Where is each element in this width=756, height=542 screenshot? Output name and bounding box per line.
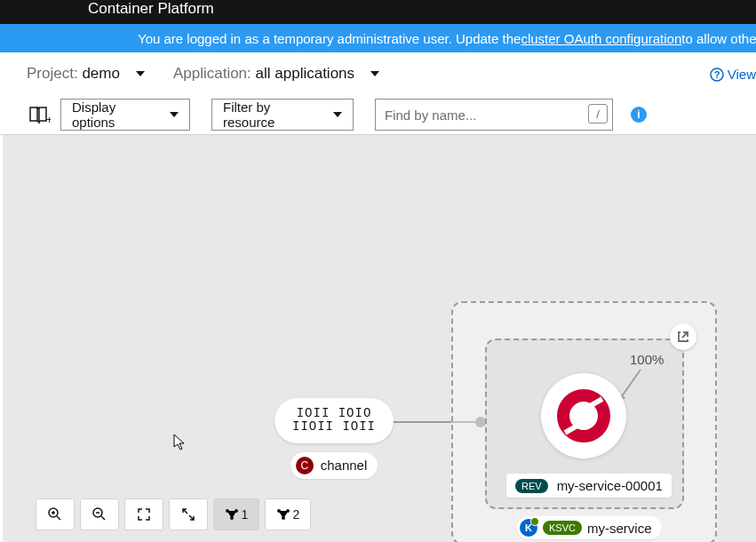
search-kbd-hint: / [588, 104, 608, 124]
revision-pill[interactable]: REV my-service-00001 [506, 474, 672, 498]
zoom-toolbar: 1 2 [36, 498, 311, 530]
cursor-icon [173, 434, 187, 451]
traffic-percent: 100% [630, 352, 664, 367]
fit-button[interactable] [124, 498, 163, 530]
layout-2-button[interactable]: 2 [265, 498, 311, 530]
chevron-down-icon [370, 71, 379, 76]
topology-canvas[interactable]: IOII IOIO IIOII IOII C channel 100% REV … [3, 135, 756, 542]
deployment-donut[interactable] [541, 373, 626, 458]
ksvc-badge: KSVC [543, 521, 582, 535]
zoom-out-icon [92, 507, 107, 522]
zoom-in-icon [48, 507, 62, 522]
info-icon[interactable]: i [631, 107, 647, 123]
product-title: Container Platform [88, 0, 214, 18]
help-icon: ? [710, 68, 724, 82]
application-label: Application: [173, 65, 251, 82]
svg-text:?: ? [713, 69, 720, 80]
banner-suffix: to allow others to lo [681, 31, 756, 46]
openshift-icon [557, 389, 610, 442]
display-options-dropdown[interactable]: Display options [60, 99, 190, 131]
chevron-down-icon [136, 71, 145, 76]
masthead: Container Platform [0, 0, 756, 24]
revision-badge: REV [515, 479, 548, 493]
topology-view-button[interactable]: + [27, 102, 52, 127]
project-selector[interactable]: Project: demo [27, 65, 145, 83]
external-link-icon [677, 331, 689, 343]
layout-icon [276, 508, 290, 521]
project-label: Project: [27, 65, 78, 82]
search-wrapper: / [375, 99, 613, 131]
view-shortcuts-link[interactable]: ? View [710, 67, 756, 82]
ksvc-name: my-service [587, 521, 652, 536]
search-input[interactable] [375, 99, 613, 131]
ksvc-pill[interactable]: K KSVC my-service [517, 516, 662, 539]
book-icon: + [28, 103, 51, 126]
layout-1-button[interactable]: 1 [213, 498, 259, 530]
channel-badge: C [296, 457, 314, 474]
svg-text:+: + [46, 114, 51, 126]
expand-icon [182, 508, 195, 521]
binary-icon: IOII IOIO IIOII IOII [275, 398, 394, 443]
chevron-down-icon [170, 112, 179, 117]
channel-name: channel [321, 458, 368, 473]
reset-view-button[interactable] [169, 498, 208, 530]
fit-icon [138, 508, 150, 521]
banner-prefix: You are logged in as a temporary adminis… [138, 31, 521, 46]
context-toolbar: Project: demo Application: all applicati… [0, 52, 756, 95]
zoom-out-button[interactable] [80, 498, 119, 530]
channel-label-pill[interactable]: C channel [290, 452, 378, 479]
oauth-config-link[interactable]: cluster OAuth configuration [521, 31, 681, 46]
chevron-down-icon [333, 112, 342, 117]
knative-icon: K [520, 519, 537, 537]
topology-toolbar: + Display options Filter by resource / i [0, 95, 756, 135]
layout-icon [225, 508, 239, 521]
login-banner: You are logged in as a temporary adminis… [0, 24, 756, 52]
channel-node[interactable]: IOII IOIO IIOII IOII C channel [275, 398, 394, 479]
application-selector[interactable]: Application: all applications [173, 65, 379, 83]
project-value: demo [82, 65, 120, 82]
open-url-button[interactable] [670, 323, 696, 350]
application-value: all applications [256, 65, 355, 82]
revision-name: my-service-00001 [557, 478, 663, 493]
zoom-in-button[interactable] [36, 498, 75, 530]
filter-resource-dropdown[interactable]: Filter by resource [211, 99, 354, 131]
